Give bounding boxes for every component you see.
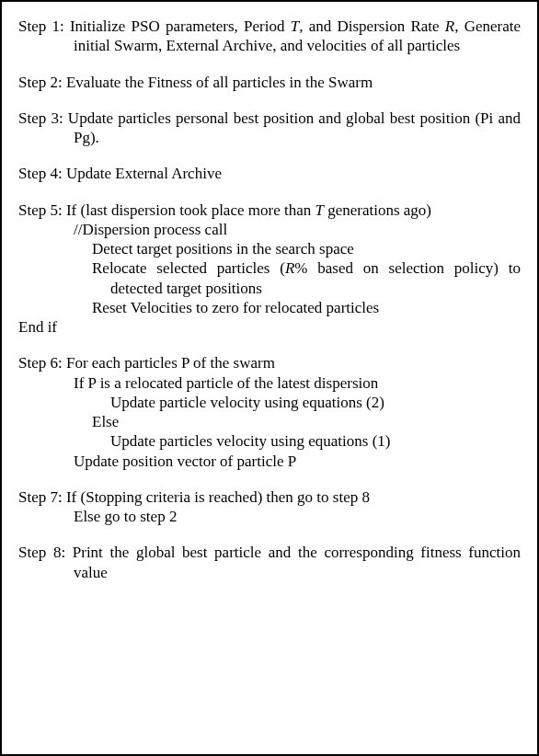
step-7: Step 7: If (Stopping criteria is reached… xyxy=(18,487,521,527)
step-4: Step 4: Update External Archive xyxy=(18,164,521,183)
step-5-sub-reset: Reset Velocities to zero for relocated p… xyxy=(18,298,521,317)
step-6-then: Update particle velocity using equations… xyxy=(18,393,521,412)
text-fragment: Relocate selected particles ( xyxy=(92,259,285,277)
step-5-text: Step 5: If (last dispersion took place m… xyxy=(18,200,521,220)
text-fragment: Step 5: If (last dispersion took place m… xyxy=(18,201,315,219)
step-6-if: If P is a relocated particle of the late… xyxy=(18,373,521,393)
step-5-endif: End if xyxy=(18,317,521,337)
step-3: Step 3: Update particles personal best p… xyxy=(18,109,521,148)
step-2-text: Step 2: Evaluate the Fitness of all part… xyxy=(18,73,521,92)
step-6-else: Else xyxy=(18,412,521,431)
step-6-else-body: Update particles velocity using equation… xyxy=(18,431,521,451)
step-8: Step 8: Print the global best particle a… xyxy=(18,543,521,582)
algorithm-box: Step 1: Initialize PSO parameters, Perio… xyxy=(0,0,539,756)
text-fragment: generations ago) xyxy=(324,201,431,219)
step-2: Step 2: Evaluate the Fitness of all part… xyxy=(18,73,521,92)
var-R: R xyxy=(445,17,454,35)
step-5-sub-detect: Detect target positions in the search sp… xyxy=(18,239,521,258)
step-6: Step 6: For each particles P of the swar… xyxy=(18,353,521,471)
step-6-text: Step 6: For each particles P of the swar… xyxy=(18,353,521,372)
step-7-text: Step 7: If (Stopping criteria is reached… xyxy=(18,487,521,507)
var-R: R xyxy=(285,259,294,277)
step-7-else: Else go to step 2 xyxy=(18,507,521,526)
step-1-text: Step 1: Initialize PSO parameters, Perio… xyxy=(18,17,521,56)
var-T: T xyxy=(315,201,323,219)
step-3-text: Step 3: Update particles personal best p… xyxy=(18,109,521,148)
text-fragment: Step 1: Initialize PSO parameters, Perio… xyxy=(18,17,291,35)
step-6-update-pos: Update position vector of particle P xyxy=(18,452,521,471)
step-8-text: Step 8: Print the global best particle a… xyxy=(18,543,521,582)
step-4-text: Step 4: Update External Archive xyxy=(18,164,521,183)
step-5-sub-comment: //Dispersion process call xyxy=(18,220,521,239)
step-5: Step 5: If (last dispersion took place m… xyxy=(18,200,521,338)
step-1: Step 1: Initialize PSO parameters, Perio… xyxy=(18,17,521,56)
text-fragment: , and Dispersion Rate xyxy=(299,17,445,35)
var-T: T xyxy=(291,17,299,35)
step-5-sub-relocate: Relocate selected particles (R% based on… xyxy=(18,258,521,298)
